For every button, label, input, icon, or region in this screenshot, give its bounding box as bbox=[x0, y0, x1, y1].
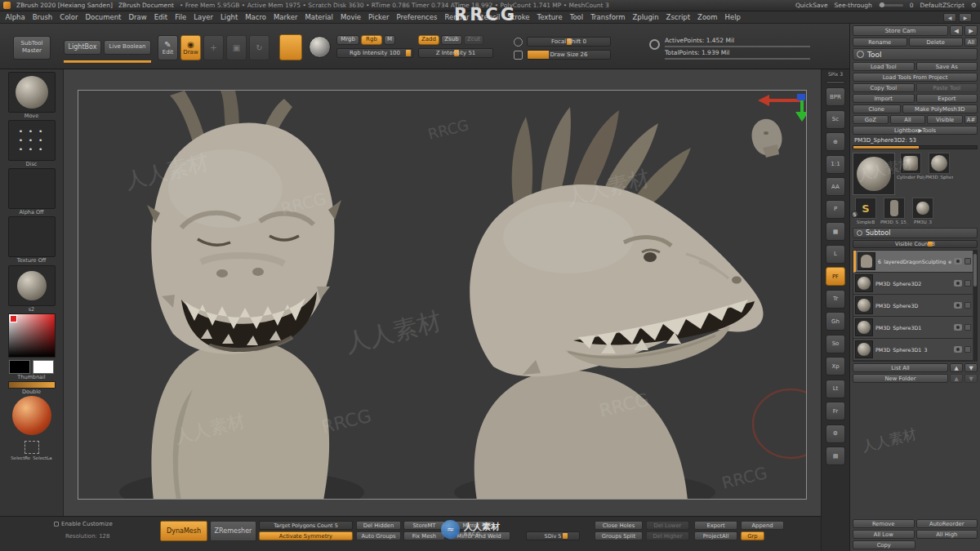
subtool-row[interactable]: PM3D_Sphere3D1 bbox=[853, 317, 973, 339]
rgb-intensity-slider[interactable]: Rgb Intensity 100 bbox=[336, 48, 413, 58]
del-hidden-button[interactable]: Del Hidden bbox=[356, 521, 401, 530]
close-holes-button[interactable]: Close Holes bbox=[595, 521, 643, 530]
solo-icon[interactable]: So bbox=[826, 335, 845, 353]
material-preview-ball[interactable] bbox=[309, 36, 331, 58]
append-button[interactable]: Append bbox=[741, 521, 784, 530]
goz-button[interactable]: GoZ bbox=[853, 115, 889, 124]
current-tool-thumb[interactable] bbox=[8, 72, 56, 113]
load-tool-button[interactable]: Load Tool bbox=[853, 62, 915, 71]
xpose-icon[interactable]: Xp bbox=[826, 357, 845, 375]
spix-slider[interactable] bbox=[826, 81, 845, 84]
cam-next-button[interactable]: ▶ bbox=[964, 25, 978, 36]
dragon-head-profile[interactable] bbox=[454, 107, 764, 500]
visibility-eye-icon[interactable] bbox=[954, 302, 962, 309]
folder-up-button[interactable]: ▲ bbox=[950, 374, 963, 383]
edit-button[interactable]: ✎ Edit bbox=[158, 35, 178, 60]
visibility-eye-icon[interactable] bbox=[954, 280, 962, 287]
delete-button[interactable]: Delete bbox=[909, 38, 964, 47]
actual-size-icon[interactable]: 1:1 bbox=[826, 155, 845, 174]
menu-item[interactable]: Preferences bbox=[393, 13, 441, 21]
main-color-swatch[interactable] bbox=[9, 360, 30, 374]
menu-item[interactable]: Material bbox=[301, 13, 337, 21]
menu-item[interactable]: Macro bbox=[242, 13, 270, 21]
frame-icon[interactable]: Fr bbox=[826, 402, 845, 420]
goz-visible-button[interactable]: Visible bbox=[927, 115, 963, 124]
lightbox-divider-bar[interactable] bbox=[64, 60, 151, 63]
copy-tool-button[interactable]: Copy Tool bbox=[853, 83, 915, 92]
transp-icon[interactable]: Tr bbox=[826, 290, 845, 309]
secondary-color-swatch[interactable] bbox=[33, 360, 54, 374]
subtool-row[interactable]: PM3D_Sphere3D2 bbox=[853, 273, 973, 295]
visibility-eye-icon[interactable] bbox=[954, 258, 962, 264]
store-mt-button[interactable]: StoreMT bbox=[403, 521, 445, 530]
menu-item[interactable]: Tool bbox=[566, 13, 587, 21]
subtool-mini-icon[interactable] bbox=[964, 302, 971, 309]
move-button[interactable]: + bbox=[203, 35, 224, 60]
rename-button[interactable]: Rename bbox=[853, 38, 907, 47]
subtool-row[interactable]: 6_layeredDragonSculpting_en bbox=[853, 251, 973, 273]
aahalf-icon[interactable]: AA bbox=[826, 177, 845, 196]
color-picker[interactable] bbox=[8, 313, 56, 358]
export-mesh-button[interactable]: Export bbox=[694, 521, 737, 530]
rotate-button[interactable]: ↻ bbox=[249, 35, 270, 60]
tool-thumb[interactable]: PM3D_S_15_Sculp bbox=[881, 198, 907, 224]
menu-item[interactable]: Picker bbox=[365, 13, 393, 21]
folder-down-button[interactable]: ▼ bbox=[964, 374, 978, 383]
history-forward-button[interactable]: ▶ bbox=[959, 13, 972, 22]
active-tool-thumb[interactable] bbox=[853, 153, 895, 195]
tool-inventory-slider[interactable] bbox=[853, 145, 978, 149]
see-through-slider[interactable] bbox=[879, 4, 903, 7]
draw-size-slider[interactable]: Draw Size 26 bbox=[527, 50, 611, 60]
z-intensity-slider[interactable]: Z Intensity 51 bbox=[418, 48, 493, 58]
dragon-bust-front[interactable] bbox=[119, 91, 364, 500]
export-button[interactable]: Export bbox=[916, 94, 978, 103]
scale-button[interactable]: ▣ bbox=[226, 35, 247, 60]
target-polygons-slider[interactable]: Target Polygons Count 5 bbox=[259, 521, 353, 530]
clone-button[interactable]: Clone bbox=[853, 104, 901, 113]
subtool-mini-icon[interactable] bbox=[964, 346, 971, 353]
menu-item[interactable]: Stencil bbox=[473, 13, 504, 21]
gear-icon[interactable]: ⚙ bbox=[971, 2, 977, 9]
load-tools-from-project-button[interactable]: Load Tools From Project bbox=[853, 73, 978, 82]
visibility-eye-icon[interactable] bbox=[954, 324, 962, 331]
import-button[interactable]: Import bbox=[853, 94, 915, 103]
activate-symmetry-button[interactable]: Activate Symmetry bbox=[259, 531, 353, 540]
persp-icon[interactable]: P bbox=[826, 200, 845, 219]
tool-thumb[interactable]: 5 S SimpleB bbox=[853, 198, 879, 224]
menu-item[interactable]: Edit bbox=[150, 13, 171, 21]
groups-split-button[interactable]: Groups Split bbox=[595, 531, 643, 540]
menu-item[interactable]: File bbox=[172, 13, 190, 21]
m-button[interactable]: M bbox=[384, 35, 395, 45]
store-cam-button[interactable]: Store Cam bbox=[853, 25, 948, 36]
subtool-scrollbar[interactable] bbox=[973, 251, 977, 361]
subtool-mini-icon[interactable] bbox=[964, 280, 971, 287]
lightbox-button[interactable]: LightBox bbox=[64, 40, 101, 55]
menu-item[interactable]: Movie bbox=[336, 13, 364, 21]
live-boolean-button[interactable]: Live Boolean bbox=[104, 40, 151, 55]
local-sym-icon[interactable]: L bbox=[826, 245, 845, 264]
visible-count-slider[interactable]: Visible Count 8 bbox=[853, 240, 978, 248]
a-num-button[interactable]: A# bbox=[964, 115, 978, 124]
subtool-mini-icon[interactable] bbox=[964, 258, 971, 264]
quicksave-button[interactable]: QuickSave bbox=[795, 2, 828, 9]
current-material-ball[interactable] bbox=[12, 396, 51, 435]
all-low-button[interactable]: All Low bbox=[853, 530, 915, 539]
menu-item[interactable]: Zscript bbox=[662, 13, 694, 21]
remove-button[interactable]: Remove bbox=[853, 519, 915, 528]
lightbox-tools-button[interactable]: Lightbox▶Tools bbox=[853, 126, 978, 135]
sdiv-slider[interactable]: SDiv 5 bbox=[526, 531, 580, 540]
menu-item[interactable]: Document bbox=[82, 13, 125, 21]
goz-all-button[interactable]: All bbox=[890, 115, 926, 124]
copy-subtool-button[interactable]: Copy bbox=[853, 540, 915, 549]
zadd-button[interactable]: Zadd bbox=[418, 35, 439, 45]
tool-palette-header[interactable]: Tool bbox=[853, 48, 978, 60]
material-picker-thumb[interactable] bbox=[8, 265, 56, 306]
zoom-icon[interactable]: ⊕ bbox=[826, 132, 845, 151]
subtool-mini-icon[interactable] bbox=[964, 324, 971, 331]
del-higher-button[interactable]: Del Higher bbox=[646, 531, 689, 540]
gear-icon[interactable]: ⚙ bbox=[826, 424, 845, 443]
lite-icon[interactable]: Lt bbox=[826, 380, 845, 398]
see-through-knob[interactable] bbox=[880, 2, 884, 7]
menu-item[interactable]: Transform bbox=[587, 13, 629, 21]
auto-groups-button[interactable]: Auto Groups bbox=[356, 531, 401, 540]
